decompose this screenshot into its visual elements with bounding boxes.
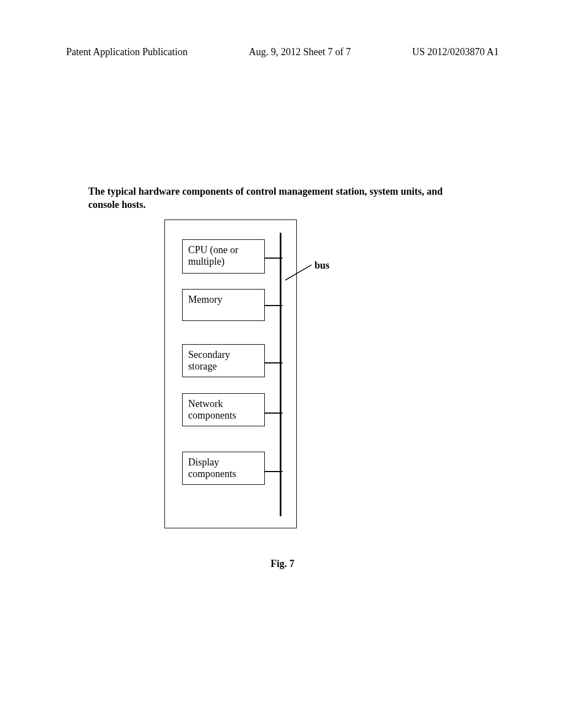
cpu-box: CPU (one or multiple) bbox=[182, 239, 265, 274]
page-header: Patent Application Publication Aug. 9, 2… bbox=[66, 46, 499, 58]
display-box: Display components bbox=[182, 452, 265, 485]
figure-caption: The typical hardware components of contr… bbox=[88, 185, 475, 212]
hardware-diagram: CPU (one or multiple) Memory Secondary s… bbox=[164, 220, 297, 528]
network-box: Network components bbox=[182, 393, 265, 426]
header-date-sheet: Aug. 9, 2012 Sheet 7 of 7 bbox=[249, 46, 351, 58]
bus-pointer-line bbox=[284, 265, 312, 281]
cpu-connector bbox=[265, 258, 282, 259]
header-publication-number: US 2012/0203870 A1 bbox=[412, 46, 499, 58]
header-publication-type: Patent Application Publication bbox=[66, 46, 188, 58]
storage-connector bbox=[265, 362, 282, 363]
memory-box: Memory bbox=[182, 289, 265, 321]
storage-box: Secondary storage bbox=[182, 344, 265, 377]
bus-line bbox=[280, 233, 281, 516]
network-connector bbox=[265, 413, 282, 414]
figure-number-label: Fig. 7 bbox=[0, 558, 565, 570]
display-connector bbox=[265, 471, 282, 472]
memory-connector bbox=[265, 305, 282, 306]
svg-line-0 bbox=[285, 265, 312, 280]
bus-label: bus bbox=[315, 260, 329, 271]
